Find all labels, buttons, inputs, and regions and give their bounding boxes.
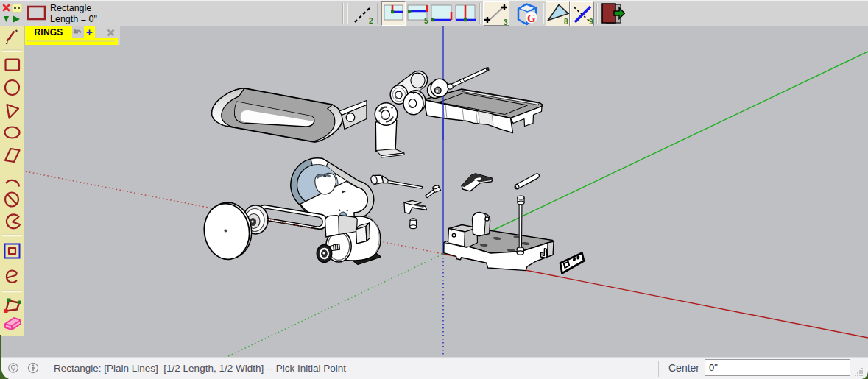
svg-text:5: 5 (424, 17, 428, 24)
svg-text:3: 3 (504, 18, 508, 25)
svg-text:G: G (527, 13, 536, 24)
svg-text:2: 2 (369, 17, 373, 25)
svg-text:9: 9 (589, 18, 593, 25)
svg-text:8: 8 (564, 18, 568, 25)
